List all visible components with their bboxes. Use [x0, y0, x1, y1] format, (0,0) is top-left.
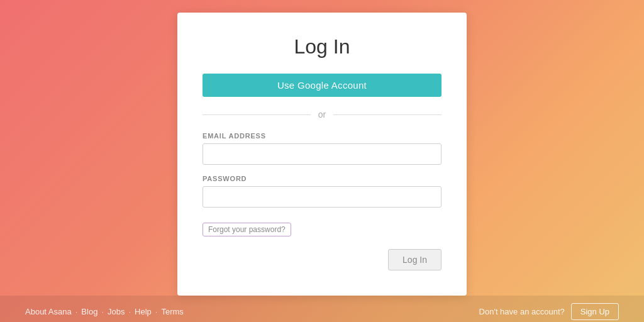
footer-dot-1: · [75, 307, 78, 316]
login-button-row: Log In [203, 249, 441, 270]
page-title: Log In [203, 35, 441, 58]
signup-prompt: Don't have an account? [479, 307, 565, 316]
footer-link-help[interactable]: Help [135, 307, 152, 316]
password-input[interactable] [203, 186, 441, 208]
footer-links: About Asana · Blog · Jobs · Help · Terms [25, 307, 184, 316]
footer-link-blog[interactable]: Blog [81, 307, 97, 316]
footer: About Asana · Blog · Jobs · Help · Terms… [0, 296, 644, 322]
footer-link-about[interactable]: About Asana [25, 307, 72, 316]
login-button[interactable]: Log In [388, 249, 441, 270]
password-group: PASSWORD [203, 175, 441, 208]
divider-text: or [311, 109, 333, 119]
footer-dot-3: · [128, 307, 131, 316]
divider: or [203, 109, 441, 119]
email-group: EMAIL ADDRESS [203, 132, 441, 165]
footer-link-jobs[interactable]: Jobs [108, 307, 125, 316]
forgot-password-link[interactable]: Forgot your password? [203, 223, 291, 236]
email-input[interactable] [203, 143, 441, 165]
google-login-button[interactable]: Use Google Account [203, 74, 441, 97]
footer-dot-2: · [101, 307, 104, 316]
footer-link-terms[interactable]: Terms [161, 307, 183, 316]
email-label: EMAIL ADDRESS [203, 132, 441, 140]
password-label: PASSWORD [203, 175, 441, 182]
login-card: Log In Use Google Account or EMAIL ADDRE… [177, 13, 467, 296]
footer-dot-4: · [155, 307, 158, 316]
page-wrapper: Log In Use Google Account or EMAIL ADDRE… [0, 0, 644, 322]
signup-button[interactable]: Sign Up [571, 303, 619, 320]
footer-right: Don't have an account? Sign Up [479, 303, 619, 320]
